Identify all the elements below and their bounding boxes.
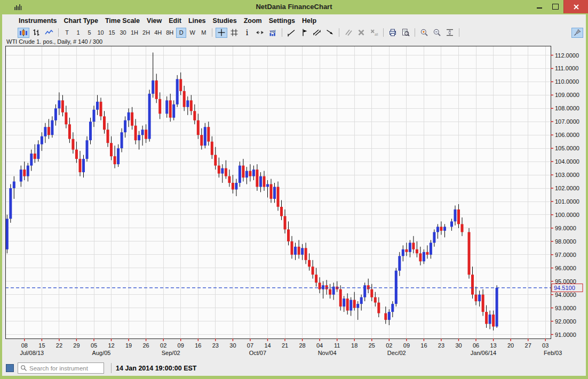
arrow-draw-button[interactable] xyxy=(324,28,336,38)
trend-line-button[interactable] xyxy=(285,28,297,38)
candlestick-chart[interactable]: 112.0000111.0000110.0000109.0000108.0000… xyxy=(2,38,586,360)
svg-text:20: 20 xyxy=(507,342,514,349)
pin-button[interactable] xyxy=(571,28,583,38)
toolbar-separator xyxy=(459,28,459,37)
menu-item-settings[interactable]: Settings xyxy=(269,17,295,25)
maximize-button[interactable] xyxy=(547,0,563,13)
svg-text:108.0000: 108.0000 xyxy=(555,105,579,111)
svg-text:Feb/03: Feb/03 xyxy=(544,350,562,356)
menu-item-lines[interactable]: Lines xyxy=(188,17,206,25)
svg-text:21: 21 xyxy=(282,342,288,349)
svg-text:Sep/02: Sep/02 xyxy=(162,350,180,356)
parallel-lines-icon xyxy=(344,28,353,37)
menu-item-zoom[interactable]: Zoom xyxy=(244,17,262,25)
crosshair-icon xyxy=(217,28,226,37)
timeframe-daily-button[interactable]: D xyxy=(176,28,186,38)
svg-text:06: 06 xyxy=(473,342,479,349)
menu-item-help[interactable]: Help xyxy=(302,17,316,25)
timeframe-1h-button[interactable]: 1H xyxy=(129,28,140,38)
svg-text:all: all xyxy=(375,33,378,36)
parallel-lines-button[interactable] xyxy=(343,28,354,38)
menu-item-studies[interactable]: Studies xyxy=(213,17,237,25)
x-axis: 0815222905121926020916233007142128041118… xyxy=(20,338,562,356)
fit-vertical-button[interactable] xyxy=(444,28,456,38)
vertical-line-button[interactable] xyxy=(298,28,310,38)
timeframe-4h-button[interactable]: 4H xyxy=(153,28,163,38)
svg-text:09: 09 xyxy=(178,342,184,349)
volume-button[interactable]: vol xyxy=(267,28,279,38)
svg-text:11: 11 xyxy=(334,342,340,349)
timeframe-10-button[interactable]: 10 xyxy=(96,28,106,38)
line-chart-button[interactable] xyxy=(43,28,55,38)
zoom-in-icon xyxy=(420,28,428,37)
svg-text:101.0000: 101.0000 xyxy=(555,198,579,205)
volume-icon: vol xyxy=(268,28,277,37)
delete-line-button[interactable] xyxy=(355,28,367,38)
svg-text:08: 08 xyxy=(21,342,28,349)
svg-text:94.5100: 94.5100 xyxy=(554,285,575,291)
y-axis: 112.0000111.0000110.0000109.0000108.0000… xyxy=(551,52,579,338)
zoom-in-button[interactable] xyxy=(418,28,430,38)
timeframe-15-button[interactable]: 15 xyxy=(107,28,117,38)
info-button[interactable]: i xyxy=(241,28,253,38)
menu-bar: InstrumentsChart TypeTime ScaleViewEditL… xyxy=(2,14,586,27)
channel-lines-button[interactable] xyxy=(311,28,323,38)
svg-text:13: 13 xyxy=(490,342,496,349)
chart-area: 112.0000111.0000110.0000109.0000108.0000… xyxy=(2,38,586,360)
timeframe-8h-button[interactable]: 8H xyxy=(164,28,175,38)
timeframe-1-button[interactable]: 1 xyxy=(73,28,83,38)
status-bar: Search for instrument 14 Jan 2014 19:00:… xyxy=(2,360,586,376)
timeframe-30-button[interactable]: 30 xyxy=(118,28,128,38)
svg-text:12: 12 xyxy=(108,342,114,349)
svg-text:29: 29 xyxy=(73,342,80,349)
svg-text:Jan/06/14: Jan/06/14 xyxy=(471,350,496,356)
timeframe-2h-button[interactable]: 2H xyxy=(141,28,152,38)
menu-item-view[interactable]: View xyxy=(147,17,162,25)
svg-text:30: 30 xyxy=(229,342,236,349)
ohlc-bar-chart-icon xyxy=(32,28,41,37)
svg-text:92.0000: 92.0000 xyxy=(555,318,576,325)
ohlc-bar-chart-button[interactable] xyxy=(30,28,42,38)
menu-item-time-scale[interactable]: Time Scale xyxy=(105,17,140,25)
arrow-draw-icon xyxy=(325,28,334,37)
svg-text:110.0000: 110.0000 xyxy=(555,78,579,85)
svg-text:22: 22 xyxy=(56,342,62,349)
print-button[interactable] xyxy=(387,28,399,38)
svg-text:104.0000: 104.0000 xyxy=(555,158,579,165)
candlestick-chart-icon xyxy=(19,28,28,37)
toolbar-separator xyxy=(383,28,384,37)
close-button[interactable] xyxy=(563,0,588,13)
zoom-out-button[interactable] xyxy=(431,28,443,38)
delete-all-lines-icon: all xyxy=(370,28,378,37)
crosshair-button[interactable] xyxy=(216,28,227,38)
svg-text:105.0000: 105.0000 xyxy=(555,145,579,151)
svg-text:97.0000: 97.0000 xyxy=(555,252,576,258)
timeframe-tick-button[interactable]: T xyxy=(62,28,72,38)
svg-text:94.0000: 94.0000 xyxy=(555,292,576,298)
menu-item-instruments[interactable]: Instruments xyxy=(19,17,57,25)
vertical-line-icon xyxy=(300,28,308,37)
timeframe-5-button[interactable]: 5 xyxy=(84,28,94,38)
svg-text:100.0000: 100.0000 xyxy=(555,212,579,218)
print-preview-button[interactable] xyxy=(400,28,411,38)
instrument-search-input[interactable]: Search for instrument xyxy=(18,362,104,374)
svg-text:98.0000: 98.0000 xyxy=(555,238,576,245)
horizontal-scroll-button[interactable] xyxy=(254,28,266,38)
candlestick-chart-button[interactable] xyxy=(18,28,29,38)
menu-item-edit[interactable]: Edit xyxy=(169,17,181,25)
svg-text:02: 02 xyxy=(160,342,166,349)
svg-text:04: 04 xyxy=(316,342,323,349)
menu-item-chart-type[interactable]: Chart Type xyxy=(64,17,98,25)
delete-line-icon xyxy=(357,28,365,37)
timeframe-weekly-button[interactable]: W xyxy=(187,28,197,38)
grid-button[interactable] xyxy=(228,28,240,38)
svg-text:vol: vol xyxy=(270,29,276,34)
svg-text:109.0000: 109.0000 xyxy=(555,92,579,98)
svg-text:03: 03 xyxy=(542,342,549,349)
fit-vertical-icon xyxy=(446,28,454,37)
print-preview-icon xyxy=(401,28,410,37)
delete-all-lines-button[interactable]: all xyxy=(368,28,380,38)
minimize-button[interactable] xyxy=(531,0,547,13)
timeframe-monthly-button[interactable]: M xyxy=(198,28,209,38)
svg-text:30: 30 xyxy=(455,342,462,349)
